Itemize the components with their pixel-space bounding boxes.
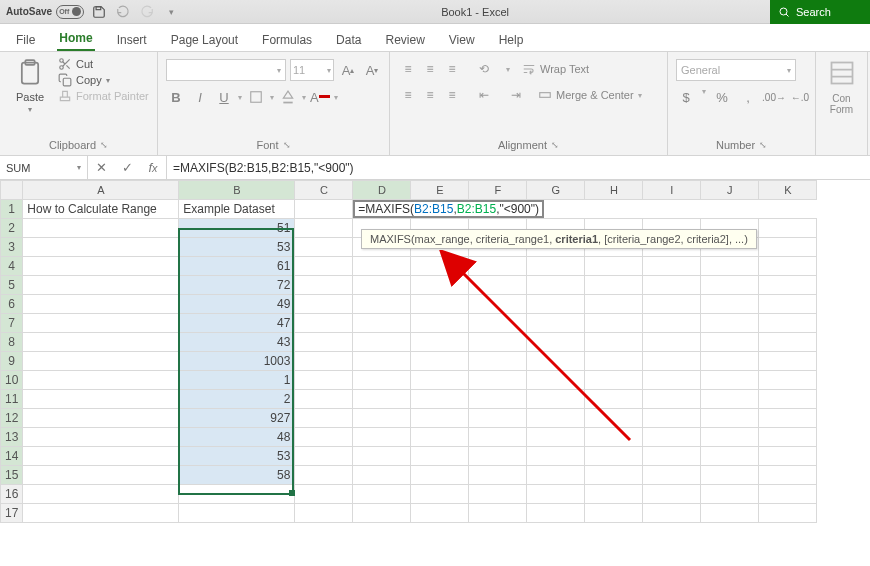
col-header-C[interactable]: C [295, 181, 353, 200]
row-header-6[interactable]: 6 [1, 295, 23, 314]
cell-B9[interactable]: 1003 [179, 352, 295, 371]
increase-font-icon[interactable]: A▴ [338, 60, 358, 80]
cell-B13[interactable]: 48 [179, 428, 295, 447]
row-header-8[interactable]: 8 [1, 333, 23, 352]
align-bottom-icon[interactable]: ≡ [442, 59, 462, 79]
cell-A2[interactable] [23, 219, 179, 238]
cut-button[interactable]: Cut [58, 57, 149, 71]
currency-icon[interactable]: $ [676, 87, 696, 107]
cell-B11[interactable]: 2 [179, 390, 295, 409]
copy-button[interactable]: Copy▾ [58, 73, 149, 87]
col-header-H[interactable]: H [585, 181, 643, 200]
underline-button[interactable]: U [214, 87, 234, 107]
cell-B10[interactable]: 1 [179, 371, 295, 390]
number-format-select[interactable]: General▾ [676, 59, 796, 81]
undo-icon[interactable] [114, 3, 132, 21]
font-launcher-icon[interactable]: ⤡ [283, 140, 291, 150]
cell-B15[interactable]: 58 [179, 466, 295, 485]
comma-icon[interactable]: , [738, 87, 758, 107]
row-header-13[interactable]: 13 [1, 428, 23, 447]
col-header-F[interactable]: F [469, 181, 527, 200]
bold-button[interactable]: B [166, 87, 186, 107]
conditional-format-icon[interactable] [828, 59, 856, 87]
percent-icon[interactable]: % [712, 87, 732, 107]
borders-button[interactable] [246, 87, 266, 107]
row-header-7[interactable]: 7 [1, 314, 23, 333]
cell-C1[interactable] [295, 200, 353, 219]
row-header-14[interactable]: 14 [1, 447, 23, 466]
tab-review[interactable]: Review [383, 29, 426, 51]
row-header-10[interactable]: 10 [1, 371, 23, 390]
name-box[interactable]: SUM▾ [0, 156, 88, 179]
formatpainter-button[interactable]: Format Painter [58, 89, 149, 103]
redo-icon[interactable] [138, 3, 156, 21]
align-middle-icon[interactable]: ≡ [420, 59, 440, 79]
orientation-icon[interactable]: ⟲ [474, 59, 494, 79]
row-header-9[interactable]: 9 [1, 352, 23, 371]
row-header-2[interactable]: 2 [1, 219, 23, 238]
font-name-select[interactable]: ▾ [166, 59, 286, 81]
select-all-corner[interactable] [1, 181, 23, 200]
tab-pagelayout[interactable]: Page Layout [169, 29, 240, 51]
cell-B5[interactable]: 72 [179, 276, 295, 295]
wrap-text-button[interactable]: Wrap Text [522, 59, 589, 79]
cell-B14[interactable]: 53 [179, 447, 295, 466]
tab-insert[interactable]: Insert [115, 29, 149, 51]
search-box[interactable]: Search [770, 0, 870, 24]
tab-view[interactable]: View [447, 29, 477, 51]
row-header-17[interactable]: 17 [1, 504, 23, 523]
autosave-toggle[interactable]: AutoSave Off [6, 5, 84, 19]
paste-button[interactable]: Paste ▾ [8, 55, 52, 114]
align-left-icon[interactable]: ≡ [398, 85, 418, 105]
increase-indent-icon[interactable]: ⇥ [506, 85, 526, 105]
enter-formula-icon[interactable]: ✓ [114, 160, 140, 175]
col-header-I[interactable]: I [643, 181, 701, 200]
fx-icon[interactable]: fx [140, 160, 166, 175]
decrease-font-icon[interactable]: A▾ [362, 60, 382, 80]
font-size-select[interactable]: 11▾ [290, 59, 334, 81]
decrease-decimal-icon[interactable]: ←.0 [790, 87, 810, 107]
cell-D1[interactable]: =MAXIFS(B2:B15,B2:B15,"<900") [353, 200, 817, 219]
row-header-1[interactable]: 1 [1, 200, 23, 219]
align-right-icon[interactable]: ≡ [442, 85, 462, 105]
col-header-D[interactable]: D [353, 181, 411, 200]
increase-decimal-icon[interactable]: .00→ [764, 87, 784, 107]
tab-formulas[interactable]: Formulas [260, 29, 314, 51]
tab-data[interactable]: Data [334, 29, 363, 51]
row-header-5[interactable]: 5 [1, 276, 23, 295]
row-header-3[interactable]: 3 [1, 238, 23, 257]
spreadsheet-grid[interactable]: A B C D E F G H I J K 1How to Calculate … [0, 180, 870, 523]
row-header-11[interactable]: 11 [1, 390, 23, 409]
cell-B3[interactable]: 53 [179, 238, 295, 257]
col-header-G[interactable]: G [527, 181, 585, 200]
tab-help[interactable]: Help [497, 29, 526, 51]
cancel-formula-icon[interactable]: ✕ [88, 160, 114, 175]
cell-A1[interactable]: How to Calculate Range [23, 200, 179, 219]
formula-input[interactable]: =MAXIFS(B2:B15,B2:B15,"<900") [167, 156, 870, 179]
col-header-E[interactable]: E [411, 181, 469, 200]
font-color-button[interactable]: A [310, 87, 330, 107]
number-launcher-icon[interactable]: ⤡ [759, 140, 767, 150]
cell-B4[interactable]: 61 [179, 257, 295, 276]
alignment-launcher-icon[interactable]: ⤡ [551, 140, 559, 150]
save-icon[interactable] [90, 3, 108, 21]
cell-B2[interactable]: 51 [179, 219, 295, 238]
col-header-K[interactable]: K [759, 181, 817, 200]
col-header-B[interactable]: B [179, 181, 295, 200]
cell-C2[interactable] [295, 219, 353, 238]
row-header-4[interactable]: 4 [1, 257, 23, 276]
decrease-indent-icon[interactable]: ⇤ [474, 85, 494, 105]
col-header-A[interactable]: A [23, 181, 179, 200]
row-header-12[interactable]: 12 [1, 409, 23, 428]
row-header-15[interactable]: 15 [1, 466, 23, 485]
row-header-16[interactable]: 16 [1, 485, 23, 504]
fill-color-button[interactable] [278, 87, 298, 107]
italic-button[interactable]: I [190, 87, 210, 107]
cell-B7[interactable]: 47 [179, 314, 295, 333]
tab-file[interactable]: File [14, 29, 37, 51]
cell-B6[interactable]: 49 [179, 295, 295, 314]
qat-dropdown-icon[interactable]: ▾ [162, 3, 180, 21]
merge-center-button[interactable]: Merge & Center▾ [538, 85, 642, 105]
tab-home[interactable]: Home [57, 27, 94, 51]
cell-B1[interactable]: Example Dataset [179, 200, 295, 219]
